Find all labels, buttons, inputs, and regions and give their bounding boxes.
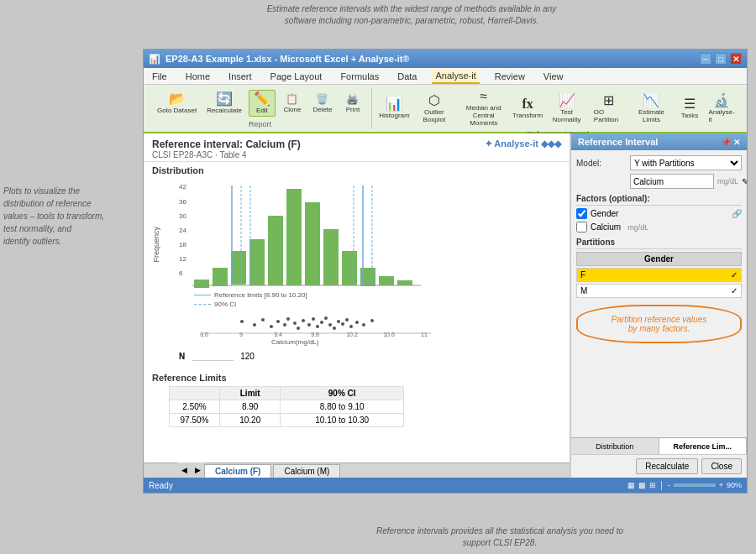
transform-button[interactable]: fx Transform — [512, 96, 543, 121]
factor-gender-checkbox[interactable] — [576, 208, 587, 219]
tab-scroll-left[interactable]: ◀ — [177, 463, 191, 478]
partition-header: Gender — [576, 252, 742, 266]
report-subtitle: CLSI EP28-A3C · Table 4 — [152, 150, 561, 159]
tab-calcium-m[interactable]: Calcium (M) — [273, 464, 340, 478]
recalculate-icon: 🔄 — [216, 92, 233, 106]
factor-gender-edit[interactable]: 🔗 — [732, 209, 742, 218]
menu-data[interactable]: Data — [394, 70, 420, 83]
goto-dataset-button[interactable]: 📂 Goto Dataset — [154, 91, 200, 116]
svg-rect-8 — [213, 268, 228, 286]
minimize-button[interactable]: ─ — [700, 53, 711, 65]
view-layout-icon[interactable]: ▩ — [638, 481, 646, 489]
content-area: ✦ Analyse-it ◆◆◆ Reference interval: Cal… — [144, 133, 747, 478]
partition-row-f[interactable]: F ✓ — [576, 268, 742, 282]
ref-row-2: 97.50% 10.20 10.10 to 10.30 — [170, 414, 404, 427]
svg-point-48 — [324, 316, 328, 320]
svg-text:10.2: 10.2 — [346, 332, 358, 337]
close-panel-button[interactable]: Close — [701, 458, 742, 474]
model-row: Model: Y with Partitions — [576, 155, 742, 170]
model-select[interactable]: Y with Partitions — [630, 155, 742, 170]
analyte-edit-icon[interactable]: ✎ — [742, 177, 747, 186]
maximize-button[interactable]: □ — [715, 53, 727, 65]
panel-title: Reference Interval — [578, 137, 658, 147]
tasks-button[interactable]: ☰ Tasks — [676, 96, 703, 121]
refinterval-buttons: 📊 Histogram ⬡ Outlier Boxplot ≈ Median a… — [379, 88, 737, 128]
menu-insert[interactable]: Insert — [225, 70, 255, 83]
chart-legend: Reference limits [8.90 to 10.20] 90% CI — [194, 291, 561, 308]
panel-bottom-tabs: Distribution Reference Lim... — [571, 437, 747, 454]
factor-calcium-checkbox[interactable] — [576, 222, 587, 233]
edit-icon: ✏️ — [254, 92, 270, 106]
menu-home[interactable]: Home — [182, 70, 213, 83]
svg-rect-18 — [397, 280, 412, 285]
panel-tab-reflimits[interactable]: Reference Lim... — [659, 438, 748, 454]
panel-close-icon[interactable]: ✕ — [733, 138, 740, 147]
zoom-out-button[interactable]: - — [668, 481, 670, 489]
ref-ci-2: 10.10 to 10.30 — [281, 414, 404, 427]
svg-rect-10 — [249, 239, 265, 285]
median-icon: ≈ — [480, 90, 487, 103]
partition-button[interactable]: ⊞ OO Partition — [591, 92, 627, 125]
test-normality-button[interactable]: 📈 Test Normality — [547, 92, 587, 125]
right-panel: Reference Interval 📌 ✕ Model: Y with Par… — [570, 133, 747, 478]
panel-pin-icon[interactable]: 📌 — [721, 138, 731, 147]
svg-text:42: 42 — [179, 183, 186, 191]
analyse-it-button[interactable]: 🔬 Analyse-it — [706, 92, 737, 125]
delete-button[interactable]: 🗑️ Delete — [309, 91, 336, 115]
svg-point-47 — [320, 321, 323, 324]
svg-text:24: 24 — [179, 227, 186, 234]
zoom-in-button[interactable]: + — [719, 481, 723, 489]
histogram-svg: 42 36 30 24 18 12 6 — [169, 179, 454, 288]
median-button[interactable]: ≈ Median and Central Moments — [459, 88, 509, 128]
menu-view[interactable]: View — [540, 70, 567, 83]
analyte-input[interactable] — [630, 174, 714, 189]
histogram-button[interactable]: 📊 Histogram — [379, 96, 410, 121]
ref-limit-1: 8.90 — [220, 400, 281, 414]
view-page-icon[interactable]: ⊞ — [649, 481, 656, 489]
main-report-area: ✦ Analyse-it ◆◆◆ Reference interval: Cal… — [144, 133, 570, 478]
recalculate-panel-button[interactable]: Recalculate — [636, 458, 698, 474]
view-normal-icon[interactable]: ▦ — [627, 481, 635, 489]
svg-text:36: 36 — [179, 198, 186, 206]
partition-f-check: ✓ — [731, 270, 738, 280]
menu-formulas[interactable]: Formulas — [337, 70, 382, 83]
report-header: ✦ Analyse-it ◆◆◆ Reference interval: Cal… — [144, 133, 570, 162]
close-button[interactable]: ✕ — [730, 53, 742, 65]
svg-rect-11 — [268, 216, 283, 285]
svg-rect-15 — [342, 251, 357, 285]
menu-file[interactable]: File — [149, 70, 171, 83]
menu-page-layout[interactable]: Page Layout — [267, 70, 326, 83]
edit-button[interactable]: ✏️ Edit — [249, 90, 276, 117]
print-button[interactable]: 🖨️ Print — [339, 91, 366, 115]
ref-limits-section: Reference Limits Limit 90% CI 2.50% 8.90 — [144, 369, 570, 431]
dot-plot-x-label: Calcium(mg/dL) — [271, 338, 561, 346]
svg-text:12: 12 — [179, 255, 186, 263]
histogram-chart: 42 36 30 24 18 12 6 — [169, 179, 561, 310]
tab-calcium-f[interactable]: Calcium (F) — [204, 464, 271, 478]
test-normality-icon: 📈 — [559, 94, 575, 107]
panel-tab-distribution[interactable]: Distribution — [571, 438, 659, 454]
ribbon: 📂 Goto Dataset 🔄 Recalculate ✏️ Edit 📋 C… — [144, 85, 747, 133]
zoom-level: 90% — [727, 481, 742, 489]
menu-review[interactable]: Review — [491, 70, 528, 83]
status-ready: Ready — [149, 481, 173, 490]
factor-calcium-row: Calcium mg/dL — [576, 222, 742, 233]
svg-point-46 — [316, 325, 319, 328]
tab-scroll-right[interactable]: ▶ — [191, 463, 204, 478]
panel-content: Model: Y with Partitions mg/dL ✎ Factors… — [571, 150, 747, 437]
outlier-button[interactable]: ⬡ Outlier Boxplot — [413, 92, 455, 125]
menu-analyse-it[interactable]: Analyse-it — [432, 69, 479, 84]
zoom-slider[interactable] — [674, 483, 716, 487]
clone-icon: 📋 — [286, 93, 298, 105]
svg-text:6: 6 — [179, 269, 183, 277]
partition-row-m[interactable]: M ✓ — [576, 284, 742, 298]
histogram-icon: 📊 — [386, 97, 402, 111]
recalculate-button[interactable]: 🔄 Recalculate — [203, 91, 245, 116]
outlier-icon: ⬡ — [428, 94, 440, 107]
svg-point-41 — [293, 321, 297, 325]
svg-text:8.6: 8.6 — [200, 332, 208, 337]
factor-calcium-label: Calcium — [591, 222, 621, 232]
clone-button[interactable]: 📋 Clone — [279, 91, 306, 115]
estimate-limits-button[interactable]: 📉 Estimate Limits — [630, 92, 673, 125]
col-header-limit: Limit — [220, 387, 281, 400]
